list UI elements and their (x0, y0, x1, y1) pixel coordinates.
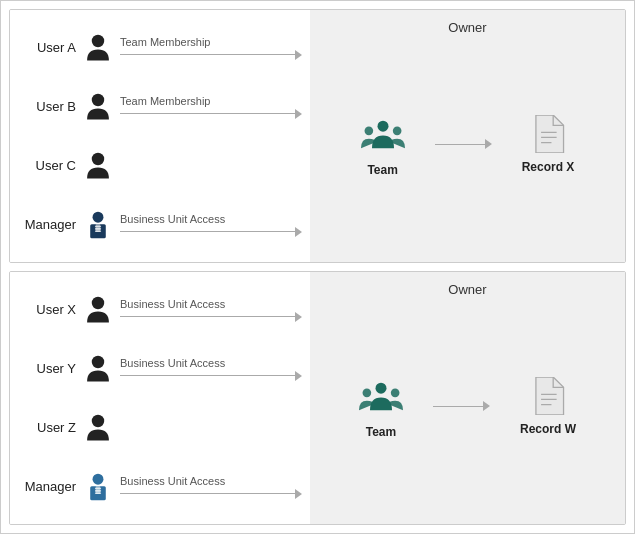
svg-point-3 (93, 211, 104, 222)
record-block: Record X (522, 115, 575, 174)
user-label: User Z (18, 420, 76, 435)
person-black-icon (82, 32, 114, 64)
right-content: Team Record W (359, 374, 576, 439)
svg-point-17 (92, 414, 104, 426)
record-label: Record W (520, 422, 576, 436)
person-black-icon (82, 412, 114, 444)
user-label: User X (18, 302, 76, 317)
team-block: Team (359, 374, 403, 439)
arrow-text: Business Unit Access (120, 357, 225, 369)
record-label: Record X (522, 160, 575, 174)
record-block: Record W (520, 377, 576, 436)
user-row: Manager Business Unit Access (18, 209, 302, 241)
svg-rect-21 (95, 487, 101, 489)
left-panel-1: User A Team MembershipUser B Team Member… (10, 10, 310, 262)
user-label: User B (18, 99, 76, 114)
svg-point-9 (377, 120, 388, 131)
team-icon (359, 374, 403, 421)
right-panel-1: Owner Team Record X (310, 10, 625, 262)
arrow-text: Business Unit Access (120, 298, 225, 310)
person-black-icon (82, 294, 114, 326)
user-label: User A (18, 40, 76, 55)
svg-point-16 (92, 355, 104, 367)
arrow-line (120, 227, 302, 237)
user-row: User Y Business Unit Access (18, 353, 302, 385)
manager-blue-icon (82, 471, 114, 503)
team-icon (361, 112, 405, 159)
center-arrow (433, 401, 490, 411)
arrow-label: Team Membership (120, 36, 302, 60)
team-label: Team (367, 163, 397, 177)
person-black-icon (82, 150, 114, 182)
user-row: User A Team Membership (18, 32, 302, 64)
svg-point-10 (364, 126, 373, 135)
user-label: Manager (18, 479, 76, 494)
user-row: User X Business Unit Access (18, 294, 302, 326)
person-black-icon (82, 353, 114, 385)
arrow-text: Business Unit Access (120, 475, 225, 487)
user-row: Manager Business Unit Access (18, 471, 302, 503)
arrow-line (120, 312, 302, 322)
arrow-label: Business Unit Access (120, 357, 302, 381)
user-label: User C (18, 158, 76, 173)
left-panel-2: User X Business Unit AccessUser Y Busine… (10, 272, 310, 524)
arrow-line (120, 109, 302, 119)
svg-point-26 (391, 388, 400, 397)
svg-point-25 (363, 388, 372, 397)
svg-rect-23 (95, 492, 101, 494)
arrow-line (120, 371, 302, 381)
arrow-label: Business Unit Access (120, 475, 302, 499)
section-1: User A Team MembershipUser B Team Member… (9, 9, 626, 263)
arrow-line (120, 50, 302, 60)
diagram: User A Team MembershipUser B Team Member… (1, 1, 634, 533)
svg-rect-7 (95, 228, 101, 230)
svg-point-11 (392, 126, 401, 135)
arrow-label: Team Membership (120, 95, 302, 119)
right-content: Team Record X (361, 112, 575, 177)
section-2: User X Business Unit AccessUser Y Busine… (9, 271, 626, 525)
team-block: Team (361, 112, 405, 177)
arrow-text: Team Membership (120, 95, 210, 107)
user-label: User Y (18, 361, 76, 376)
user-row: User C (18, 150, 302, 182)
svg-rect-6 (95, 225, 101, 227)
team-label: Team (366, 425, 396, 439)
arrow-text: Team Membership (120, 36, 210, 48)
arrow-line (120, 489, 302, 499)
user-label: Manager (18, 217, 76, 232)
owner-label: Owner (310, 282, 625, 297)
svg-point-1 (92, 93, 104, 105)
svg-rect-8 (95, 230, 101, 232)
user-row: User B Team Membership (18, 91, 302, 123)
svg-point-24 (375, 382, 386, 393)
record-icon (529, 377, 567, 418)
center-arrow (435, 139, 492, 149)
svg-point-15 (92, 296, 104, 308)
svg-point-0 (92, 34, 104, 46)
owner-label: Owner (310, 20, 625, 35)
user-row: User Z (18, 412, 302, 444)
svg-point-18 (93, 473, 104, 484)
person-black-icon (82, 91, 114, 123)
right-panel-2: Owner Team Record W (310, 272, 625, 524)
manager-dark-icon (82, 209, 114, 241)
arrow-text: Business Unit Access (120, 213, 225, 225)
arrow-label: Business Unit Access (120, 213, 302, 237)
record-icon (529, 115, 567, 156)
svg-point-2 (92, 152, 104, 164)
svg-rect-22 (95, 490, 101, 492)
arrow-label: Business Unit Access (120, 298, 302, 322)
